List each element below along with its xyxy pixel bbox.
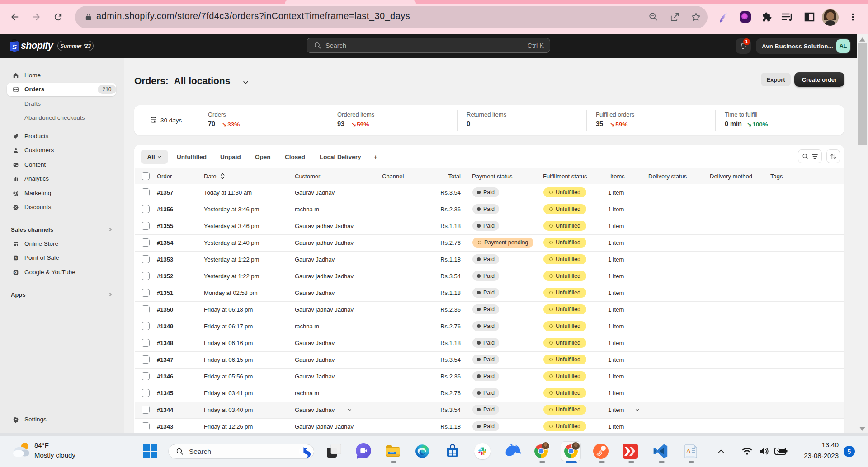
svg-text:s: s xyxy=(15,257,17,260)
svg-text:S: S xyxy=(12,43,17,51)
svg-text:G: G xyxy=(14,271,17,275)
svg-text:A: A xyxy=(686,448,691,455)
